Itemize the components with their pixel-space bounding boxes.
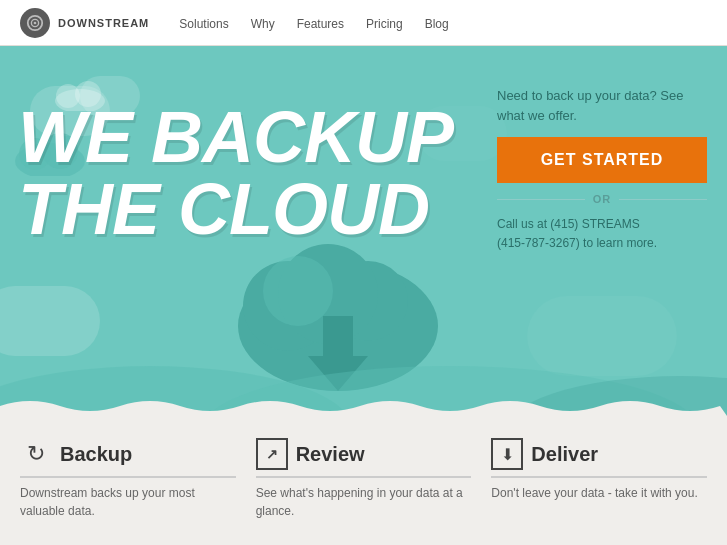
nav-link-blog[interactable]: Blog [425, 17, 449, 31]
feature-deliver: ⬇ Deliver Don't leave your data - take i… [491, 438, 707, 520]
nav-links: Solutions Why Features Pricing Blog [179, 14, 448, 32]
feature-backup-desc: Downstream backs up your most valuable d… [20, 484, 236, 520]
main-nav: DOWNSTREAM Solutions Why Features Pricin… [0, 0, 727, 46]
nav-item-blog[interactable]: Blog [425, 14, 449, 32]
call-suffix: to learn more. [583, 236, 657, 250]
nav-item-solutions[interactable]: Solutions [179, 14, 228, 32]
get-started-button[interactable]: GET STARTED [497, 137, 707, 183]
nav-item-why[interactable]: Why [251, 14, 275, 32]
or-line-right [619, 199, 707, 200]
backup-icon: ↻ [20, 438, 52, 470]
nav-link-features[interactable]: Features [297, 17, 344, 31]
deliver-icon: ⬇ [491, 438, 523, 470]
feature-review: ↗ Review See what's happening in your da… [256, 438, 492, 520]
feature-review-desc: See what's happening in your data at a g… [256, 484, 472, 520]
hero-tagline: Need to back up your data? See what we o… [497, 86, 707, 125]
logo-text: DOWNSTREAM [58, 17, 149, 29]
hero-right-panel: Need to back up your data? See what we o… [497, 86, 707, 253]
feature-deliver-header: ⬇ Deliver [491, 438, 707, 478]
svg-point-2 [34, 21, 37, 24]
feature-review-title: Review [296, 443, 365, 466]
hero-line1: WE BACKUP [18, 101, 453, 173]
nav-item-pricing[interactable]: Pricing [366, 14, 403, 32]
call-text: Call us at (415) STREAMS (415-787-3267) … [497, 215, 707, 253]
svg-point-7 [263, 256, 333, 326]
nav-item-features[interactable]: Features [297, 14, 344, 32]
call-number: (415-787-3267) [497, 236, 580, 250]
wave-divider [0, 396, 727, 416]
hero-line2: THE CLOUD [18, 173, 453, 245]
nav-link-why[interactable]: Why [251, 17, 275, 31]
or-text: OR [593, 193, 612, 205]
feature-deliver-title: Deliver [531, 443, 598, 466]
nav-link-pricing[interactable]: Pricing [366, 17, 403, 31]
feature-deliver-desc: Don't leave your data - take it with you… [491, 484, 707, 502]
logo-icon [20, 8, 50, 38]
nav-link-solutions[interactable]: Solutions [179, 17, 228, 31]
hero-headline: WE BACKUP THE CLOUD [18, 101, 453, 245]
review-icon: ↗ [256, 438, 288, 470]
or-line-left [497, 199, 585, 200]
or-divider: OR [497, 193, 707, 205]
feature-backup-title: Backup [60, 443, 132, 466]
call-prefix: Call us at (415) STREAMS [497, 217, 640, 231]
hero-section: WE BACKUP THE CLOUD Need to back up your… [0, 46, 727, 416]
feature-backup-header: ↻ Backup [20, 438, 236, 478]
feature-review-header: ↗ Review [256, 438, 472, 478]
logo-area[interactable]: DOWNSTREAM [20, 8, 149, 38]
feature-backup: ↻ Backup Downstream backs up your most v… [20, 438, 256, 520]
features-section: ↻ Backup Downstream backs up your most v… [0, 416, 727, 530]
